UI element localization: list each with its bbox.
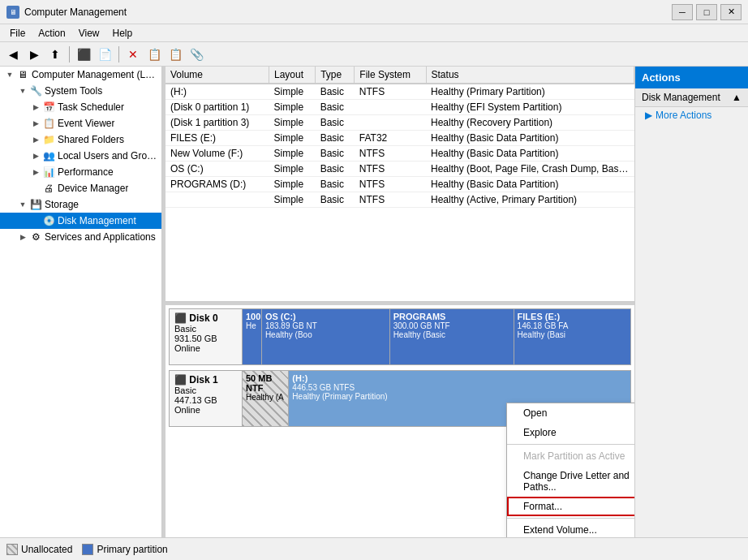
disk-management-icon: 💿 bbox=[42, 214, 55, 227]
ctx-explore[interactable]: Explore bbox=[507, 423, 634, 442]
tree-panel: ▼ 🖥 Computer Management (Local ▼ 🔧 Syste… bbox=[0, 67, 162, 537]
disk-management-action-label: Disk Management bbox=[642, 92, 720, 103]
disk-0-size: 931.50 GB bbox=[174, 334, 237, 343]
tree-toggle-root[interactable]: ▼ bbox=[3, 68, 16, 81]
legend-primary: Primary partition bbox=[82, 544, 167, 555]
minimize-button[interactable]: ─ bbox=[672, 4, 693, 20]
tree-item-root[interactable]: ▼ 🖥 Computer Management (Local bbox=[0, 67, 161, 83]
disk-0-partitions: 100 He OS (C:) 183.89 GB NT Healthy (Boo… bbox=[243, 309, 630, 364]
cell-fs: NTFS bbox=[355, 146, 426, 162]
more-actions-link[interactable]: ▶ More Actions bbox=[635, 107, 748, 123]
ctx-extend[interactable]: Extend Volume... bbox=[507, 520, 634, 537]
tree-label-storage: Storage bbox=[45, 199, 79, 210]
tree-item-device-manager[interactable]: 🖨 Device Manager bbox=[0, 180, 161, 196]
up-button[interactable]: ⬆ bbox=[45, 45, 65, 64]
right-panel: Volume Layout Type File System Status (H… bbox=[166, 67, 634, 537]
cell-fs: FAT32 bbox=[355, 131, 426, 146]
ctx-format[interactable]: Format... bbox=[507, 497, 634, 516]
disk-0-name: ⬛ Disk 0 bbox=[174, 312, 237, 324]
tree-item-shared-folders[interactable]: ▶ 📁 Shared Folders bbox=[0, 131, 161, 148]
cell-type: Basic bbox=[316, 162, 355, 177]
task-scheduler-icon: 📅 bbox=[42, 101, 55, 114]
properties-button[interactable]: 📄 bbox=[95, 45, 114, 64]
col-type[interactable]: Type bbox=[316, 67, 355, 84]
disk-0-partition-1[interactable]: OS (C:) 183.89 GB NT Healthy (Boo bbox=[262, 309, 390, 364]
tree-item-event-viewer[interactable]: ▶ 📋 Event Viewer bbox=[0, 115, 161, 131]
disk-1-status: Online bbox=[174, 405, 237, 415]
tree-toggle-services[interactable]: ▶ bbox=[16, 230, 29, 243]
tree-toggle-storage[interactable]: ▼ bbox=[16, 198, 29, 211]
ctx-change-drive[interactable]: Change Drive Letter and Paths... bbox=[507, 466, 634, 497]
tree-toggle-performance[interactable]: ▶ bbox=[29, 166, 42, 179]
legend-primary-label: Primary partition bbox=[97, 544, 167, 555]
close-button[interactable]: ✕ bbox=[720, 4, 742, 20]
disk-0-partition-2[interactable]: PROGRAMS 300.00 GB NTF Healthy (Basic bbox=[390, 309, 514, 364]
help-button[interactable]: 📎 bbox=[187, 45, 206, 64]
col-status[interactable]: Status bbox=[426, 67, 634, 84]
tree-toggle-shared-folders[interactable]: ▶ bbox=[29, 133, 42, 146]
cell-volume: FILES (E:) bbox=[166, 131, 269, 146]
menu-view[interactable]: View bbox=[72, 26, 106, 41]
disk-0-partition-0[interactable]: 100 He bbox=[243, 309, 262, 364]
cell-layout: Simple bbox=[269, 115, 315, 131]
tree-label-shared-folders: Shared Folders bbox=[58, 134, 124, 145]
tree-item-disk-management[interactable]: 💿 Disk Management bbox=[0, 213, 161, 229]
cell-volume: New Volume (F:) bbox=[166, 146, 269, 162]
back-button[interactable]: ◀ bbox=[3, 45, 23, 64]
more-actions-label: More Actions bbox=[656, 110, 711, 121]
col-volume[interactable]: Volume bbox=[166, 67, 269, 84]
tree-toggle-system-tools[interactable]: ▼ bbox=[16, 84, 29, 97]
menu-help[interactable]: Help bbox=[106, 26, 140, 41]
disk-1-size: 447.13 GB bbox=[174, 395, 237, 405]
show-hide-button[interactable]: ⬛ bbox=[74, 45, 93, 64]
col-filesystem[interactable]: File System bbox=[355, 67, 426, 84]
table-row[interactable]: PROGRAMS (D:) Simple Basic NTFS Healthy … bbox=[166, 177, 634, 192]
legend-unallocated: Unallocated bbox=[6, 544, 72, 555]
legend-primary-box bbox=[82, 544, 93, 555]
tree-label-task-scheduler: Task Scheduler bbox=[58, 101, 124, 113]
table-row[interactable]: (H:) Simple Basic NTFS Healthy (Primary … bbox=[166, 84, 634, 100]
disk-0-status: Online bbox=[174, 343, 237, 353]
col-layout[interactable]: Layout bbox=[269, 67, 315, 84]
paste-button[interactable]: 📋 bbox=[166, 45, 185, 64]
disk-1-name: ⬛ Disk 1 bbox=[174, 374, 237, 386]
forward-button[interactable]: ▶ bbox=[24, 45, 44, 64]
tree-item-task-scheduler[interactable]: ▶ 📅 Task Scheduler bbox=[0, 99, 161, 115]
menu-file[interactable]: File bbox=[3, 26, 32, 41]
disk-0-partition-3[interactable]: FILES (E:) 146.18 GB FA Healthy (Basi bbox=[514, 309, 630, 364]
title-controls: ─ □ ✕ bbox=[672, 4, 742, 20]
table-row[interactable]: (Disk 0 partition 1) Simple Basic Health… bbox=[166, 100, 634, 115]
ctx-open[interactable]: Open bbox=[507, 403, 634, 423]
table-row[interactable]: OS (C:) Simple Basic NTFS Healthy (Boot,… bbox=[166, 162, 634, 177]
tree-item-services[interactable]: ▶ ⚙ Services and Applications bbox=[0, 229, 161, 245]
tree-toggle-task-scheduler[interactable]: ▶ bbox=[29, 101, 42, 114]
tree-label-event-viewer: Event Viewer bbox=[58, 118, 114, 129]
disk-1-partition-0[interactable]: 50 MB NTF Healthy (A bbox=[243, 371, 289, 426]
cell-type: Basic bbox=[316, 146, 355, 162]
table-row[interactable]: New Volume (F:) Simple Basic NTFS Health… bbox=[166, 146, 634, 162]
menu-action[interactable]: Action bbox=[32, 26, 71, 41]
main-layout: ▼ 🖥 Computer Management (Local ▼ 🔧 Syste… bbox=[0, 67, 748, 537]
toolbar: ◀ ▶ ⬆ ⬛ 📄 ✕ 📋 📋 📎 bbox=[0, 42, 748, 67]
table-row[interactable]: Simple Basic NTFS Healthy (Active, Prima… bbox=[166, 192, 634, 208]
cell-status: Healthy (Primary Partition) bbox=[426, 84, 634, 100]
actions-panel: Actions Disk Management ▲ ▶ More Actions bbox=[634, 67, 748, 537]
tree-toggle-event-viewer[interactable]: ▶ bbox=[29, 117, 42, 130]
copy-button[interactable]: 📋 bbox=[144, 45, 164, 64]
tree-item-performance[interactable]: ▶ 📊 Performance bbox=[0, 164, 161, 180]
tree-item-storage[interactable]: ▼ 💾 Storage bbox=[0, 196, 161, 213]
tree-item-system-tools[interactable]: ▼ 🔧 System Tools bbox=[0, 83, 161, 99]
tree-label-system-tools: System Tools bbox=[45, 85, 102, 97]
tree-item-local-users[interactable]: ▶ 👥 Local Users and Groups bbox=[0, 148, 161, 164]
disk-0-block: ⬛ Disk 0 Basic 931.50 GB Online 100 He O… bbox=[169, 308, 631, 365]
table-row[interactable]: FILES (E:) Simple Basic FAT32 Healthy (B… bbox=[166, 131, 634, 146]
disk-management-action-header[interactable]: Disk Management ▲ bbox=[635, 88, 748, 107]
window-title: Computer Management bbox=[24, 6, 127, 18]
maximize-button[interactable]: □ bbox=[696, 4, 717, 20]
disk-area: ⬛ Disk 0 Basic 931.50 GB Online 100 He O… bbox=[166, 305, 634, 537]
tree-toggle-local-users[interactable]: ▶ bbox=[29, 149, 42, 162]
cell-type: Basic bbox=[316, 115, 355, 131]
table-row[interactable]: (Disk 1 partition 3) Simple Basic Health… bbox=[166, 115, 634, 131]
toolbar-sep-1 bbox=[69, 46, 70, 62]
delete-button[interactable]: ✕ bbox=[123, 45, 143, 64]
